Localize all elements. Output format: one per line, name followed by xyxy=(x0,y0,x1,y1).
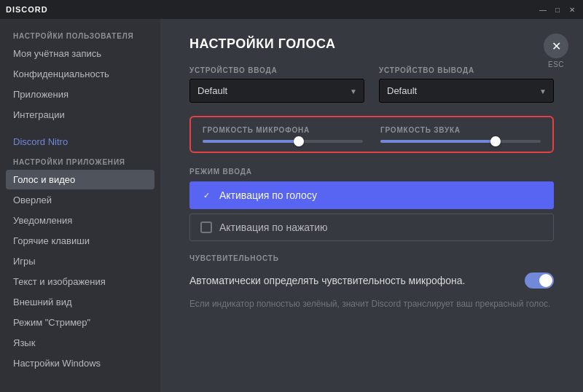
app-body: НАСТРОЙКИ ПОЛЬЗОВАТЕЛЯМоя учётная запись… xyxy=(0,19,583,392)
sensitivity-label: ЧУВСТВИТЕЛЬНОСТЬ xyxy=(189,254,554,262)
page-title: НАСТРОЙКИ ГОЛОСА xyxy=(189,36,554,52)
sidebar-item-text[interactable]: Текст и изображения xyxy=(6,272,154,291)
minimize-button[interactable]: — xyxy=(538,4,548,15)
sensitivity-row: Автоматически определять чувствительност… xyxy=(189,268,554,293)
sidebar-item-account[interactable]: Моя учётная запись xyxy=(6,44,154,63)
output-device-select-wrapper: Default ▼ xyxy=(379,79,554,103)
mode-voice-checkbox xyxy=(200,189,212,201)
sidebar-section-title: НАСТРОЙКИ ПРИЛОЖЕНИЯ xyxy=(6,152,154,169)
output-device-label: УСТРОЙСТВО ВЫВОДА xyxy=(379,66,554,74)
sound-volume-track[interactable] xyxy=(380,140,541,143)
sidebar-item-hotkeys[interactable]: Горячие клавиши xyxy=(6,231,154,251)
esc-button[interactable]: ✕ ESC xyxy=(544,34,568,68)
volume-row: ГРОМКОСТЬ МИКРОФОНА ГРОМКОСТЬ ЗВУКА xyxy=(203,126,541,143)
mode-voice-option[interactable]: Активация по голосу xyxy=(189,181,554,209)
esc-label: ESC xyxy=(548,60,564,68)
main-content: НАСТРОЙКИ ГОЛОСА ✕ ESC УСТРОЙСТВО ВВОДА … xyxy=(160,19,583,392)
input-device-label: УСТРОЙСТВО ВВОДА xyxy=(189,66,364,74)
title-bar: DISCORD — □ ✕ xyxy=(0,0,583,19)
mic-volume-track[interactable] xyxy=(203,140,363,143)
sidebar-item-notifications[interactable]: Уведомления xyxy=(6,211,154,230)
output-device-group: УСТРОЙСТВО ВЫВОДА Default ▼ xyxy=(379,66,554,103)
mic-volume-thumb[interactable] xyxy=(294,136,304,146)
sound-volume-thumb[interactable] xyxy=(490,136,501,146)
app-logo: DISCORD xyxy=(6,5,48,14)
maximize-button[interactable]: □ xyxy=(552,4,563,15)
mode-push-label: Активация по нажатию xyxy=(219,222,328,233)
mic-volume-label: ГРОМКОСТЬ МИКРОФОНА xyxy=(203,126,363,134)
sidebar-item-nitro[interactable]: Discord Nitro xyxy=(6,132,154,152)
volume-box: ГРОМКОСТЬ МИКРОФОНА ГРОМКОСТЬ ЗВУКА xyxy=(189,116,554,153)
mic-volume-fill xyxy=(203,140,299,143)
mode-voice-label: Активация по голосу xyxy=(219,189,317,201)
sidebar-item-privacy[interactable]: Конфиденциальность xyxy=(6,64,154,84)
sensitivity-section: ЧУВСТВИТЕЛЬНОСТЬ Автоматически определят… xyxy=(189,254,554,309)
sidebar-section-title: НАСТРОЙКИ ПОЛЬЗОВАТЕЛЯ xyxy=(6,26,154,43)
sidebar-item-streamer[interactable]: Режим "Стример" xyxy=(6,313,154,332)
sidebar: НАСТРОЙКИ ПОЛЬЗОВАТЕЛЯМоя учётная запись… xyxy=(0,19,160,392)
sound-volume-group: ГРОМКОСТЬ ЗВУКА xyxy=(380,126,541,143)
sound-volume-fill xyxy=(380,140,496,143)
sidebar-item-overlay[interactable]: Оверлей xyxy=(6,190,154,210)
sensitivity-text: Автоматически определять чувствительност… xyxy=(189,275,465,286)
input-mode-label: РЕЖИМ ВВОДА xyxy=(189,168,554,176)
close-button[interactable]: ✕ xyxy=(567,4,577,15)
sidebar-item-appearance[interactable]: Внешний вид xyxy=(6,292,154,312)
toggle-knob xyxy=(539,274,552,287)
mode-push-option[interactable]: Активация по нажатию xyxy=(189,213,554,241)
esc-icon: ✕ xyxy=(544,34,568,58)
output-device-select[interactable]: Default xyxy=(379,79,554,103)
sidebar-item-windows[interactable]: Настройки Windows xyxy=(6,353,154,373)
sidebar-item-integrations[interactable]: Интеграции xyxy=(6,105,154,125)
sound-volume-label: ГРОМКОСТЬ ЗВУКА xyxy=(380,126,541,134)
sidebar-item-apps[interactable]: Приложения xyxy=(6,85,154,104)
sidebar-item-language[interactable]: Язык xyxy=(6,333,154,353)
sidebar-item-voice[interactable]: Голос и видео xyxy=(6,170,154,189)
sidebar-item-games[interactable]: Игры xyxy=(6,251,154,271)
input-device-select-wrapper: Default ▼ xyxy=(189,79,364,103)
input-device-select[interactable]: Default xyxy=(189,79,364,103)
hint-text: Если индикатор полностью зелёный, значит… xyxy=(189,299,554,309)
sensitivity-toggle[interactable] xyxy=(525,273,554,289)
input-device-group: УСТРОЙСТВО ВВОДА Default ▼ xyxy=(189,66,364,103)
mic-volume-group: ГРОМКОСТЬ МИКРОФОНА xyxy=(203,126,363,143)
window-controls: — □ ✕ xyxy=(538,4,577,15)
mode-push-checkbox xyxy=(200,222,212,233)
device-row: УСТРОЙСТВО ВВОДА Default ▼ УСТРОЙСТВО ВЫ… xyxy=(189,66,554,103)
